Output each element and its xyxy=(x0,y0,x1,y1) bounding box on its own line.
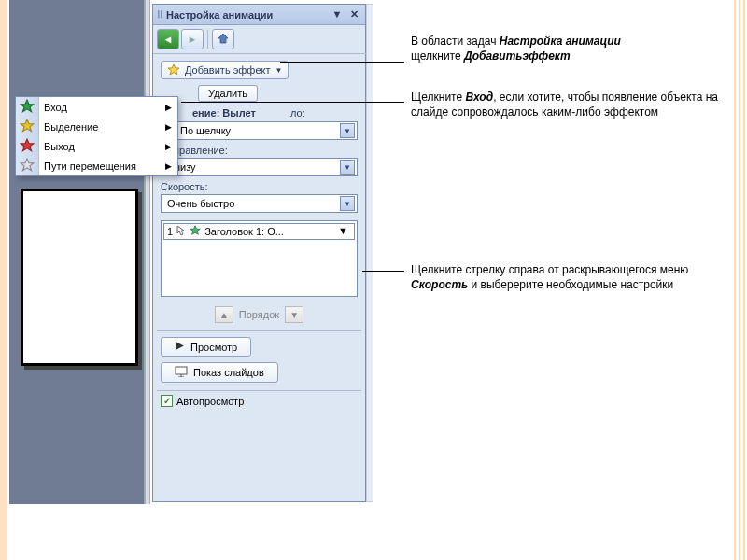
callout-2: Щелкните Вход, если хотите, чтобы появле… xyxy=(411,90,719,119)
star-icon xyxy=(20,119,35,133)
panel-scrollbar[interactable] xyxy=(366,4,374,502)
autopreview-row: ✓ Автопросмотр xyxy=(153,391,365,411)
chevron-right-icon: ▶ xyxy=(165,122,172,132)
direction-combo[interactable]: Снизу ▼ xyxy=(161,158,358,176)
svg-marker-9 xyxy=(21,159,34,171)
svg-marker-0 xyxy=(168,64,179,75)
callout-line xyxy=(181,102,404,103)
star-icon xyxy=(20,138,35,153)
callout-3: Щелкните стрелку справа от раскрывающего… xyxy=(411,262,719,292)
chevron-down-icon[interactable]: ▼ xyxy=(338,225,351,238)
add-effect-label: Добавить эффект xyxy=(185,64,270,76)
animation-task-pane: ⁞⁞ Настройка анимации ▼ ✕ ◄ ► Добавить э… xyxy=(152,4,366,502)
svg-marker-1 xyxy=(190,226,200,234)
mouse-icon xyxy=(176,225,186,238)
order-controls: ▲ Порядок ▼ xyxy=(153,302,365,330)
close-icon[interactable]: ✕ xyxy=(346,8,361,21)
arrow-right-icon: ► xyxy=(188,34,198,45)
star-icon xyxy=(20,99,35,114)
separator xyxy=(157,330,361,331)
star-icon xyxy=(190,225,201,238)
svg-rect-3 xyxy=(176,367,187,374)
submenu-exit[interactable]: Выход ▶ xyxy=(16,136,177,156)
star-icon xyxy=(167,63,180,77)
nav-forward-button[interactable]: ► xyxy=(181,29,204,49)
submenu-entrance[interactable]: Вход ▶ xyxy=(16,97,177,117)
order-label: Порядок xyxy=(239,309,279,320)
vertical-splitter[interactable] xyxy=(145,0,150,504)
chevron-right-icon: ▶ xyxy=(165,103,172,112)
nav-back-button[interactable]: ◄ xyxy=(157,29,179,49)
chevron-down-icon[interactable]: ▼ xyxy=(340,123,355,138)
separator xyxy=(207,30,208,49)
move-up-button[interactable]: ▲ xyxy=(215,306,233,323)
start-combo[interactable]: По щелчку ▼ xyxy=(161,121,358,140)
submenu-label: Пути перемещения xyxy=(44,161,136,172)
chevron-down-icon[interactable]: ▼ xyxy=(340,196,355,211)
effect-index: 1 xyxy=(167,226,173,237)
svg-marker-6 xyxy=(21,100,34,112)
direction-value: Снизу xyxy=(167,161,340,173)
preview-label: Просмотр xyxy=(190,342,237,353)
decorative-right-stripe xyxy=(734,0,747,560)
chevron-right-icon: ▶ xyxy=(165,142,172,151)
chevron-right-icon: ▶ xyxy=(165,161,172,171)
submenu-emphasis[interactable]: Выделение ▶ xyxy=(16,117,177,136)
panel-title: Настройка анимации xyxy=(166,9,328,21)
callout-1: В области задач Настройка анимации щелкн… xyxy=(411,34,719,63)
slide-thumbnail[interactable] xyxy=(21,189,138,366)
autopreview-label: Автопросмотр xyxy=(176,396,244,407)
effect-list-item[interactable]: 1 Заголовок 1: О... ▼ xyxy=(163,223,355,240)
play-icon xyxy=(175,341,185,353)
arrow-up-icon: ▲ xyxy=(219,310,229,320)
effect-target: Заголовок 1: О... xyxy=(204,226,334,237)
submenu-motion-paths[interactable]: Пути перемещения ▶ xyxy=(16,156,177,175)
slideshow-label: Показ слайдов xyxy=(193,367,264,378)
star-icon xyxy=(20,158,35,173)
grip-icon: ⁞⁞ xyxy=(157,8,162,21)
decorative-left-stripe xyxy=(0,0,7,560)
start-label: ло: xyxy=(290,107,305,119)
move-down-button[interactable]: ▼ xyxy=(285,306,303,323)
effect-list: 1 Заголовок 1: О... ▼ xyxy=(161,220,358,297)
speed-label: Скорость: xyxy=(161,181,358,192)
add-effect-button[interactable]: Добавить эффект ▼ xyxy=(161,61,289,79)
change-effect-label: ение: Вылет xyxy=(192,107,256,119)
direction-label: Направление: xyxy=(161,145,358,156)
slide-thumbnail-area xyxy=(9,0,145,504)
remove-button[interactable]: Удалить xyxy=(198,85,258,102)
speed-value: Очень быстро xyxy=(167,198,340,209)
chevron-down-icon[interactable]: ▼ xyxy=(340,160,355,175)
nav-home-button[interactable] xyxy=(212,29,234,49)
start-value: По щелчку xyxy=(180,125,340,136)
submenu-label: Выделение xyxy=(44,121,98,133)
slideshow-icon xyxy=(175,366,188,379)
submenu-label: Выход xyxy=(44,141,75,152)
arrow-left-icon: ◄ xyxy=(163,34,174,45)
arrow-down-icon: ▼ xyxy=(289,310,299,320)
nav-toolbar: ◄ ► xyxy=(153,25,365,53)
preview-button[interactable]: Просмотр xyxy=(161,337,251,357)
svg-marker-7 xyxy=(21,119,34,132)
chevron-down-icon: ▼ xyxy=(275,66,282,75)
autopreview-checkbox[interactable]: ✓ xyxy=(161,395,173,407)
speed-combo[interactable]: Очень быстро ▼ xyxy=(161,194,358,213)
panel-menu-button[interactable]: ▼ xyxy=(330,8,345,21)
svg-marker-2 xyxy=(176,342,184,350)
svg-marker-8 xyxy=(21,139,34,151)
callout-line xyxy=(280,62,404,63)
submenu-label: Вход xyxy=(44,102,67,113)
callout-line xyxy=(362,271,404,272)
add-effect-submenu: Вход ▶ Выделение ▶ Выход ▶ Пути перемеще… xyxy=(15,96,178,176)
home-icon xyxy=(218,33,229,46)
slideshow-button[interactable]: Показ слайдов xyxy=(161,362,278,383)
remove-label: Удалить xyxy=(208,88,247,99)
